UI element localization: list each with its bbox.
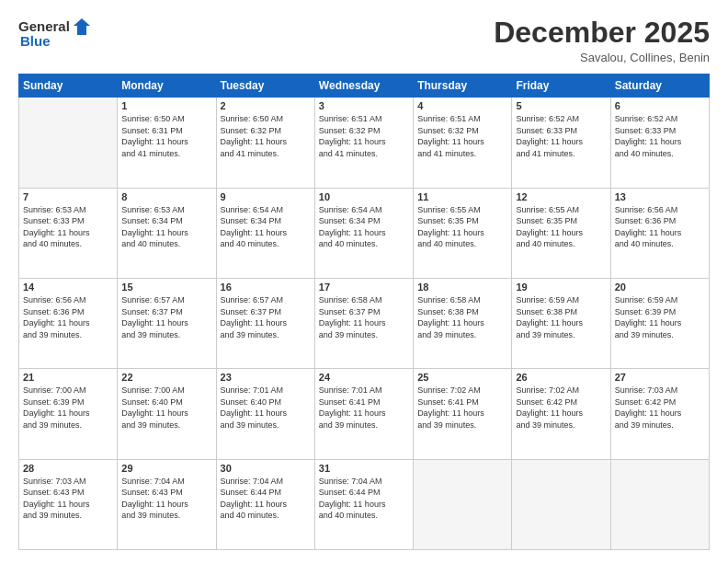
calendar-cell-2-6: 12Sunrise: 6:55 AMSunset: 6:35 PMDayligh… [512,188,610,278]
day-number: 23 [221,372,311,383]
day-info: Sunrise: 6:53 AMSunset: 6:34 PMDaylight:… [121,204,211,250]
calendar-cell-1-2: 1Sunrise: 6:50 AMSunset: 6:31 PMDaylight… [118,98,216,188]
calendar-cell-5-2: 29Sunrise: 7:04 AMSunset: 6:43 PMDayligh… [118,459,216,549]
day-info: Sunrise: 6:52 AMSunset: 6:33 PMDaylight:… [615,113,705,159]
calendar-header-thursday: Thursday [414,75,512,98]
svg-marker-0 [74,18,90,35]
calendar-cell-1-1 [19,98,118,188]
day-number: 25 [417,372,507,383]
day-info: Sunrise: 6:58 AMSunset: 6:37 PMDaylight:… [319,294,409,340]
calendar-cell-3-6: 19Sunrise: 6:59 AMSunset: 6:38 PMDayligh… [512,278,610,368]
calendar-cell-3-4: 17Sunrise: 6:58 AMSunset: 6:37 PMDayligh… [314,278,413,368]
day-number: 6 [615,100,705,111]
day-number: 11 [417,191,507,202]
day-number: 26 [516,372,606,383]
day-info: Sunrise: 6:52 AMSunset: 6:33 PMDaylight:… [516,113,606,159]
month-title: December 2025 [494,17,710,49]
day-number: 22 [121,372,211,383]
day-number: 10 [319,191,409,202]
calendar-cell-2-3: 9Sunrise: 6:54 AMSunset: 6:34 PMDaylight… [216,188,314,278]
day-info: Sunrise: 7:00 AMSunset: 6:40 PMDaylight:… [121,385,211,431]
day-number: 29 [121,463,211,474]
calendar-cell-2-2: 8Sunrise: 6:53 AMSunset: 6:34 PMDaylight… [118,188,216,278]
day-number: 9 [221,191,311,202]
day-info: Sunrise: 6:59 AMSunset: 6:38 PMDaylight:… [516,294,606,340]
day-info: Sunrise: 6:51 AMSunset: 6:32 PMDaylight:… [319,113,409,159]
week-row-2: 7Sunrise: 6:53 AMSunset: 6:33 PMDaylight… [19,188,710,278]
day-info: Sunrise: 6:50 AMSunset: 6:31 PMDaylight:… [121,113,211,159]
calendar-cell-5-5 [414,459,512,549]
day-number: 1 [121,100,211,111]
calendar-cell-2-1: 7Sunrise: 6:53 AMSunset: 6:33 PMDaylight… [19,188,118,278]
calendar-cell-4-6: 26Sunrise: 7:02 AMSunset: 6:42 PMDayligh… [512,369,610,459]
calendar-cell-4-4: 24Sunrise: 7:01 AMSunset: 6:41 PMDayligh… [314,369,413,459]
calendar-cell-3-1: 14Sunrise: 6:56 AMSunset: 6:36 PMDayligh… [19,278,118,368]
calendar-cell-4-3: 23Sunrise: 7:01 AMSunset: 6:40 PMDayligh… [216,369,314,459]
day-number: 17 [319,282,409,293]
day-info: Sunrise: 6:54 AMSunset: 6:34 PMDaylight:… [319,204,409,250]
day-info: Sunrise: 7:03 AMSunset: 6:43 PMDaylight:… [23,476,113,522]
week-row-5: 28Sunrise: 7:03 AMSunset: 6:43 PMDayligh… [19,459,710,549]
logo-icon [72,17,92,37]
calendar-cell-1-7: 6Sunrise: 6:52 AMSunset: 6:33 PMDaylight… [610,98,709,188]
calendar-cell-1-4: 3Sunrise: 6:51 AMSunset: 6:32 PMDaylight… [314,98,413,188]
calendar-header-friday: Friday [512,75,610,98]
calendar-cell-5-4: 31Sunrise: 7:04 AMSunset: 6:44 PMDayligh… [314,459,413,549]
day-number: 4 [417,100,507,111]
day-number: 7 [23,191,113,202]
calendar-cell-3-7: 20Sunrise: 6:59 AMSunset: 6:39 PMDayligh… [610,278,709,368]
day-info: Sunrise: 6:55 AMSunset: 6:35 PMDaylight:… [516,204,606,250]
day-number: 15 [121,282,211,293]
calendar-cell-5-6 [512,459,610,549]
week-row-1: 1Sunrise: 6:50 AMSunset: 6:31 PMDaylight… [19,98,710,188]
day-number: 8 [121,191,211,202]
day-number: 5 [516,100,606,111]
title-block: December 2025 Savalou, Collines, Benin [494,17,710,64]
day-info: Sunrise: 6:58 AMSunset: 6:38 PMDaylight:… [417,294,507,340]
day-info: Sunrise: 6:54 AMSunset: 6:34 PMDaylight:… [221,204,311,250]
day-info: Sunrise: 7:02 AMSunset: 6:41 PMDaylight:… [417,385,507,431]
day-number: 21 [23,372,113,383]
day-info: Sunrise: 6:56 AMSunset: 6:36 PMDaylight:… [615,204,705,250]
day-info: Sunrise: 6:50 AMSunset: 6:32 PMDaylight:… [221,113,311,159]
day-number: 24 [319,372,409,383]
calendar-table: SundayMondayTuesdayWednesdayThursdayFrid… [18,74,710,550]
day-number: 14 [23,282,113,293]
day-info: Sunrise: 6:55 AMSunset: 6:35 PMDaylight:… [417,204,507,250]
day-info: Sunrise: 7:04 AMSunset: 6:44 PMDaylight:… [221,476,311,522]
calendar-cell-1-6: 5Sunrise: 6:52 AMSunset: 6:33 PMDaylight… [512,98,610,188]
day-number: 28 [23,463,113,474]
calendar-cell-5-1: 28Sunrise: 7:03 AMSunset: 6:43 PMDayligh… [19,459,118,549]
day-info: Sunrise: 6:53 AMSunset: 6:33 PMDaylight:… [23,204,113,250]
day-number: 27 [615,372,705,383]
calendar-cell-4-2: 22Sunrise: 7:00 AMSunset: 6:40 PMDayligh… [118,369,216,459]
calendar-cell-1-5: 4Sunrise: 6:51 AMSunset: 6:32 PMDaylight… [414,98,512,188]
calendar-header-row: SundayMondayTuesdayWednesdayThursdayFrid… [19,75,710,98]
page: General Blue December 2025 Savalou, Coll… [0,0,728,563]
day-number: 31 [319,463,409,474]
calendar-cell-5-7 [610,459,709,549]
day-number: 13 [615,191,705,202]
day-number: 18 [417,282,507,293]
week-row-3: 14Sunrise: 6:56 AMSunset: 6:36 PMDayligh… [19,278,710,368]
header: General Blue December 2025 Savalou, Coll… [18,17,710,64]
day-number: 12 [516,191,606,202]
calendar-cell-2-4: 10Sunrise: 6:54 AMSunset: 6:34 PMDayligh… [314,188,413,278]
calendar-cell-3-5: 18Sunrise: 6:58 AMSunset: 6:38 PMDayligh… [414,278,512,368]
calendar-cell-3-3: 16Sunrise: 6:57 AMSunset: 6:37 PMDayligh… [216,278,314,368]
day-info: Sunrise: 7:02 AMSunset: 6:42 PMDaylight:… [516,385,606,431]
calendar-cell-1-3: 2Sunrise: 6:50 AMSunset: 6:32 PMDaylight… [216,98,314,188]
day-number: 3 [319,100,409,111]
day-info: Sunrise: 6:59 AMSunset: 6:39 PMDaylight:… [615,294,705,340]
day-info: Sunrise: 7:01 AMSunset: 6:40 PMDaylight:… [221,385,311,431]
day-number: 20 [615,282,705,293]
calendar-header-monday: Monday [118,75,216,98]
calendar-cell-4-7: 27Sunrise: 7:03 AMSunset: 6:42 PMDayligh… [610,369,709,459]
calendar-header-sunday: Sunday [19,75,118,98]
day-info: Sunrise: 6:57 AMSunset: 6:37 PMDaylight:… [221,294,311,340]
calendar-cell-2-7: 13Sunrise: 6:56 AMSunset: 6:36 PMDayligh… [610,188,709,278]
day-info: Sunrise: 7:01 AMSunset: 6:41 PMDaylight:… [319,385,409,431]
day-info: Sunrise: 6:57 AMSunset: 6:37 PMDaylight:… [121,294,211,340]
day-info: Sunrise: 7:04 AMSunset: 6:44 PMDaylight:… [319,476,409,522]
logo: General Blue [18,17,92,50]
